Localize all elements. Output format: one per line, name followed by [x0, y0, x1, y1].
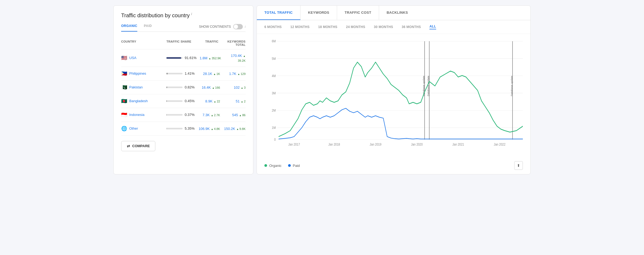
- col-keywords: KEYWORDS TOTAL: [220, 40, 246, 46]
- country-name[interactable]: Philippines: [129, 71, 146, 75]
- time-36m[interactable]: 36 MONTHS: [402, 25, 421, 29]
- country-cell: 🇮🇩 Indonesia: [121, 112, 164, 118]
- table-row: 🇮🇩 Indonesia 0.37% 7.3K 2.7K 545 86: [121, 108, 246, 122]
- export-icon: ⬆: [517, 163, 520, 168]
- traffic-delta: 4.8K: [211, 127, 220, 130]
- export-button[interactable]: ⬆: [514, 161, 523, 170]
- share-pct: 91.61%: [185, 56, 197, 60]
- legend-paid: Paid: [288, 164, 300, 168]
- country-name[interactable]: Other: [129, 126, 138, 130]
- chart-area: 6M 5M 4M 3M 2M 1M 0 Jan 2017 Jan 2018 Ja…: [257, 34, 530, 158]
- country-name[interactable]: USA: [129, 56, 136, 60]
- table-row: 🇧🇩 Bangladesh 0.45% 8.9K 22 51 2: [121, 94, 246, 108]
- share-pct: 1.41%: [185, 71, 195, 75]
- svg-text:Database update: Database update: [427, 76, 430, 96]
- keywords-value: 1.7K: [229, 72, 236, 76]
- share-cell: 0.45%: [166, 99, 195, 103]
- svg-text:4M: 4M: [272, 74, 276, 78]
- tab-total-traffic[interactable]: TOTAL TRAFFIC: [257, 6, 300, 20]
- tab-organic[interactable]: ORGANIC: [121, 24, 137, 32]
- country-name[interactable]: Pakistan: [129, 85, 143, 89]
- share-cell: 0.37%: [166, 113, 195, 117]
- time-30m[interactable]: 30 MONTHS: [374, 25, 393, 29]
- tab-paid[interactable]: PAID: [144, 24, 152, 32]
- svg-text:Jan 2022: Jan 2022: [494, 143, 505, 146]
- svg-text:2M: 2M: [272, 109, 276, 112]
- keywords-cell: 51 2: [222, 99, 246, 104]
- time-all[interactable]: ALL: [429, 25, 436, 29]
- time-filters: 6 MONTHS 12 MONTHS 18 MONTHS 24 MONTHS 3…: [257, 20, 530, 34]
- keywords-delta: 129: [237, 72, 246, 75]
- traffic-delta: 352.9K: [209, 57, 221, 60]
- continents-toggle-switch[interactable]: [233, 24, 243, 29]
- tabs-row: ORGANIC PAID SHOW CONTINENTS i: [121, 24, 246, 32]
- paid-dot: [288, 164, 291, 167]
- keywords-cell: 1.7K 129: [222, 71, 246, 76]
- keywords-value: 545: [232, 113, 238, 117]
- share-bar-bg: [166, 128, 183, 129]
- table-row: 🌐 Other 5.35% 106.9K 4.8K 150.2K 9.8K: [121, 122, 246, 136]
- traffic-cell: 7.3K 2.7K: [197, 112, 220, 117]
- share-bar-bg: [166, 57, 183, 59]
- left-panel: Traffic distribution by country i ORGANI…: [113, 5, 253, 174]
- share-pct: 0.82%: [185, 85, 195, 89]
- time-24m[interactable]: 24 MONTHS: [346, 25, 365, 29]
- traffic-delta: 1K: [214, 72, 220, 75]
- table-header: COUNTRY TRAFFIC SHARE TRAFFIC KEYWORDS T…: [121, 37, 246, 49]
- flag: 🌐: [121, 126, 127, 132]
- svg-text:Jan 2019: Jan 2019: [370, 143, 381, 146]
- share-bar-fill: [166, 57, 181, 59]
- chart-tabs: TOTAL TRAFFIC KEYWORDS TRAFFIC COST BACK…: [257, 6, 530, 20]
- traffic-value: 28.1K: [203, 72, 212, 76]
- flag: 🇮🇩: [121, 112, 127, 118]
- svg-text:6M: 6M: [272, 40, 276, 43]
- country-table: 🇺🇸 USA 91.61% 1.8M 352.9K 170.4K 39.2K 🇵…: [121, 49, 246, 136]
- traffic-delta: 2.7K: [211, 113, 220, 117]
- keywords-cell: 102 3: [222, 85, 246, 90]
- country-cell: 🇧🇩 Bangladesh: [121, 98, 164, 104]
- keywords-delta: 86: [239, 113, 246, 117]
- keywords-cell: 545 86: [222, 112, 246, 117]
- traffic-value: 1.8M: [200, 56, 207, 60]
- traffic-value: 8.9K: [205, 99, 213, 103]
- time-18m[interactable]: 18 MONTHS: [318, 25, 337, 29]
- keywords-value: 170.4K: [231, 54, 242, 58]
- country-cell: 🇵🇰 Pakistan: [121, 84, 164, 90]
- flag: 🇧🇩: [121, 98, 127, 104]
- traffic-cell: 28.1K 1K: [197, 71, 220, 76]
- share-bar-fill: [166, 87, 167, 88]
- keywords-cell: 170.4K 39.2K: [223, 53, 246, 63]
- table-row: 🇵🇭 Philippines 1.41% 28.1K 1K 1.7K 129: [121, 67, 246, 81]
- traffic-delta: 166: [212, 86, 220, 89]
- tab-keywords[interactable]: KEYWORDS: [300, 6, 337, 20]
- share-cell: 5.35%: [166, 126, 195, 130]
- right-panel: TOTAL TRAFFIC KEYWORDS TRAFFIC COST BACK…: [257, 5, 531, 174]
- compare-label: COMPARE: [132, 144, 150, 148]
- flag: 🇵🇰: [121, 84, 127, 90]
- traffic-value: 16.4K: [202, 85, 211, 89]
- country-cell: 🇵🇭 Philippines: [121, 71, 164, 77]
- traffic-chart: 6M 5M 4M 3M 2M 1M 0 Jan 2017 Jan 2018 Ja…: [264, 38, 523, 151]
- country-name[interactable]: Indonesia: [129, 113, 144, 117]
- share-bar-bg: [166, 87, 183, 88]
- col-traffic: TRAFFIC: [194, 40, 219, 46]
- svg-text:5M: 5M: [272, 57, 276, 60]
- share-bar-fill: [166, 73, 168, 74]
- keywords-value: 51: [236, 99, 240, 103]
- compare-button[interactable]: ⇄ COMPARE: [121, 141, 155, 151]
- organic-dot: [264, 164, 267, 167]
- tab-backlinks[interactable]: BACKLINKS: [379, 6, 415, 20]
- tab-traffic-cost[interactable]: TRAFFIC COST: [337, 6, 379, 20]
- share-bar-fill: [166, 114, 167, 116]
- col-traffic-share: TRAFFIC SHARE: [166, 40, 191, 46]
- chart-legend: Organic Paid ⬆: [257, 158, 530, 174]
- show-continents-toggle: SHOW CONTINENTS i: [199, 24, 246, 32]
- traffic-cell: 1.8M 352.9K: [199, 56, 221, 60]
- country-name[interactable]: Bangladesh: [129, 99, 148, 103]
- keywords-cell: 150.2K 9.8K: [222, 126, 246, 131]
- time-12m[interactable]: 12 MONTHS: [290, 25, 309, 29]
- time-6m[interactable]: 6 MONTHS: [264, 25, 282, 29]
- svg-text:Jan 2020: Jan 2020: [411, 143, 423, 146]
- svg-text:1M: 1M: [272, 126, 276, 129]
- toggle-knob: [234, 25, 238, 29]
